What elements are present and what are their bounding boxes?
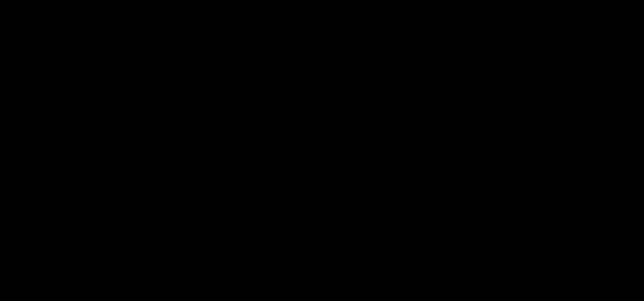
status-bar	[0, 295, 644, 301]
amibroker-window	[0, 0, 644, 301]
chart-canvas[interactable]	[0, 0, 644, 301]
